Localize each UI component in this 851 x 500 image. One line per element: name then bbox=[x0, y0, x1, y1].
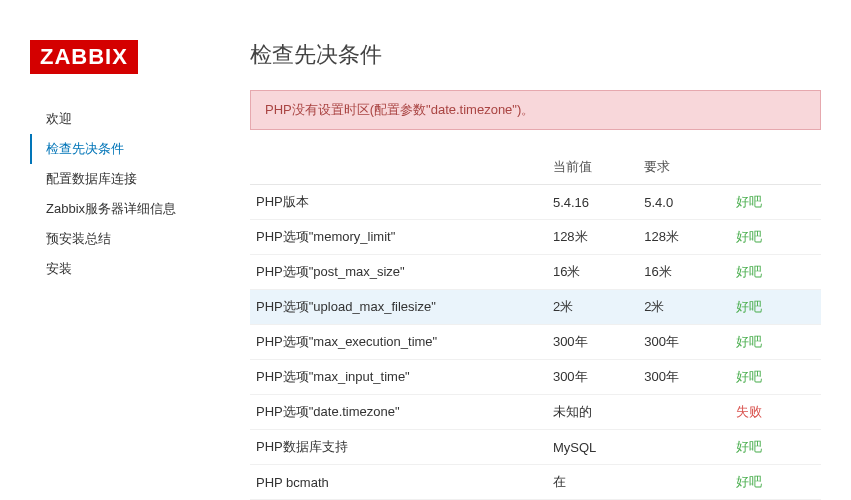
cell-required bbox=[638, 395, 729, 430]
status-fail: 失败 bbox=[730, 395, 821, 430]
table-row: PHP版本5.4.165.4.0好吧 bbox=[250, 185, 821, 220]
cell-current: 300年 bbox=[547, 360, 638, 395]
cell-required: 300年 bbox=[638, 325, 729, 360]
cell-required: 5.4.0 bbox=[638, 185, 729, 220]
nav-step[interactable]: 配置数据库连接 bbox=[30, 164, 220, 194]
cell-current: 300年 bbox=[547, 325, 638, 360]
cell-name: PHP数据库支持 bbox=[250, 430, 547, 465]
nav-step[interactable]: 安装 bbox=[30, 254, 220, 284]
cell-name: PHP选项"date.timezone" bbox=[250, 395, 547, 430]
nav-step[interactable]: 检查先决条件 bbox=[30, 134, 220, 164]
table-row: PHP选项"max_input_time"300年300年好吧 bbox=[250, 360, 821, 395]
cell-name: PHP选项"post_max_size" bbox=[250, 255, 547, 290]
cell-current: 在 bbox=[547, 465, 638, 500]
cell-name: PHP选项"max_execution_time" bbox=[250, 325, 547, 360]
cell-current: 128米 bbox=[547, 220, 638, 255]
cell-required: 128米 bbox=[638, 220, 729, 255]
sidebar: ZABBIX 欢迎检查先决条件配置数据库连接Zabbix服务器详细信息预安装总结… bbox=[30, 0, 220, 500]
table-row: PHP选项"memory_limit"128米128米好吧 bbox=[250, 220, 821, 255]
cell-required bbox=[638, 430, 729, 465]
status-ok: 好吧 bbox=[730, 255, 821, 290]
status-ok: 好吧 bbox=[730, 465, 821, 500]
header-current: 当前值 bbox=[547, 150, 638, 185]
cell-required: 16米 bbox=[638, 255, 729, 290]
header-status bbox=[730, 150, 821, 185]
nav-step[interactable]: 欢迎 bbox=[30, 104, 220, 134]
table-row: PHP选项"post_max_size"16米16米好吧 bbox=[250, 255, 821, 290]
table-row: PHP bcmath在好吧 bbox=[250, 465, 821, 500]
table-row: PHP数据库支持MySQL好吧 bbox=[250, 430, 821, 465]
cell-name: PHP选项"max_input_time" bbox=[250, 360, 547, 395]
table-row: PHP选项"date.timezone"未知的失败 bbox=[250, 395, 821, 430]
cell-required: 2米 bbox=[638, 290, 729, 325]
cell-current: MySQL bbox=[547, 430, 638, 465]
prerequisites-table: 当前值 要求 PHP版本5.4.165.4.0好吧PHP选项"memory_li… bbox=[250, 150, 821, 500]
cell-required bbox=[638, 465, 729, 500]
cell-name: PHP bcmath bbox=[250, 465, 547, 500]
cell-required: 300年 bbox=[638, 360, 729, 395]
status-ok: 好吧 bbox=[730, 220, 821, 255]
nav-steps: 欢迎检查先决条件配置数据库连接Zabbix服务器详细信息预安装总结安装 bbox=[30, 104, 220, 284]
main-content: 检查先决条件 PHP没有设置时区(配置参数"date.timezone")。 当… bbox=[220, 0, 851, 500]
alert-message: PHP没有设置时区(配置参数"date.timezone")。 bbox=[250, 90, 821, 130]
status-ok: 好吧 bbox=[730, 325, 821, 360]
cell-current: 未知的 bbox=[547, 395, 638, 430]
cell-current: 5.4.16 bbox=[547, 185, 638, 220]
cell-name: PHP版本 bbox=[250, 185, 547, 220]
nav-step[interactable]: Zabbix服务器详细信息 bbox=[30, 194, 220, 224]
cell-current: 16米 bbox=[547, 255, 638, 290]
logo: ZABBIX bbox=[30, 40, 138, 74]
status-ok: 好吧 bbox=[730, 360, 821, 395]
cell-name: PHP选项"memory_limit" bbox=[250, 220, 547, 255]
status-ok: 好吧 bbox=[730, 430, 821, 465]
table-row: PHP选项"max_execution_time"300年300年好吧 bbox=[250, 325, 821, 360]
cell-name: PHP选项"upload_max_filesize" bbox=[250, 290, 547, 325]
status-ok: 好吧 bbox=[730, 185, 821, 220]
status-ok: 好吧 bbox=[730, 290, 821, 325]
nav-step[interactable]: 预安装总结 bbox=[30, 224, 220, 254]
header-name bbox=[250, 150, 547, 185]
table-row: PHP选项"upload_max_filesize"2米2米好吧 bbox=[250, 290, 821, 325]
header-required: 要求 bbox=[638, 150, 729, 185]
cell-current: 2米 bbox=[547, 290, 638, 325]
page-title: 检查先决条件 bbox=[250, 40, 821, 70]
